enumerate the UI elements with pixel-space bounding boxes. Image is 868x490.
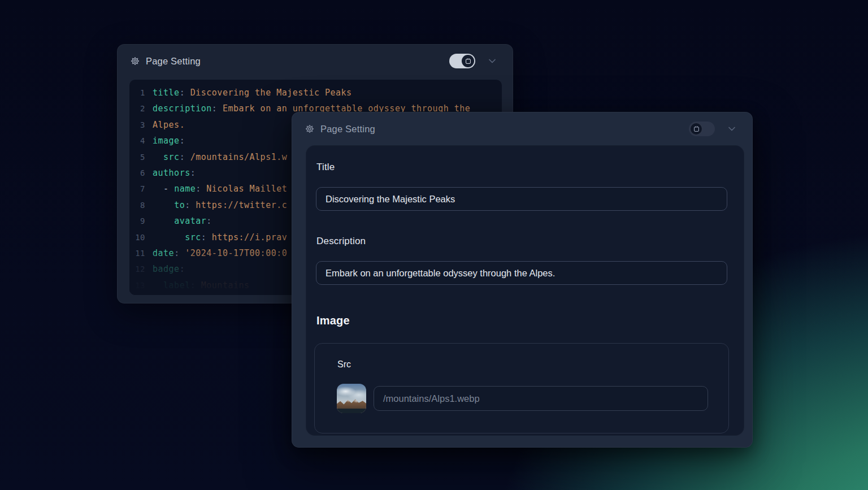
yaml-dash: - <box>163 184 174 194</box>
yaml-key: date <box>153 248 174 258</box>
yaml-punc: : <box>196 184 201 194</box>
line-number: 13 <box>129 277 145 293</box>
image-thumbnail[interactable] <box>337 384 366 413</box>
title-input[interactable] <box>316 187 727 211</box>
yaml-val: /mountains/Alps1.w <box>190 152 288 162</box>
code-text: - name: Nicolas Maillet <box>153 181 287 197</box>
image-section-heading: Image <box>316 314 350 327</box>
yaml-key: image <box>153 136 180 146</box>
image-settings-card: Src <box>314 343 729 433</box>
panel-header: Page Setting <box>292 112 752 145</box>
yaml-punc: : <box>185 200 190 210</box>
code-block-icon <box>465 58 472 65</box>
yaml-punc: : <box>180 264 185 274</box>
line-number: 9 <box>129 213 145 229</box>
line-number: 3 <box>129 117 145 133</box>
panel-title: Page Setting <box>146 56 201 67</box>
yaml-punc: : <box>190 168 196 178</box>
src-label: Src <box>337 359 351 370</box>
yaml-punc: : <box>212 103 218 114</box>
src-input[interactable] <box>374 386 708 411</box>
line-number: 6 <box>129 165 145 181</box>
yaml-key: authors <box>153 168 190 178</box>
code-block-icon <box>693 125 700 133</box>
yaml-punc: : <box>206 216 212 226</box>
code-text: date: '2024-10-17T00:00:0 <box>153 245 287 261</box>
title-label: Title <box>316 162 335 173</box>
line-number: 5 <box>129 149 145 165</box>
yaml-val: https://twitter.c <box>196 200 287 210</box>
panel-header: Page Setting <box>118 45 513 77</box>
code-text: authors: <box>153 165 196 181</box>
chevron-down-icon[interactable] <box>726 123 737 135</box>
code-text: src: /mountains/Alps1.w <box>153 149 287 165</box>
panel-title: Page Setting <box>320 124 375 135</box>
line-number: 1 <box>129 85 145 101</box>
line-number: 2 <box>129 101 145 116</box>
yaml-punc: : <box>180 152 185 162</box>
code-view-toggle[interactable] <box>449 54 475 68</box>
toggle-knob <box>690 123 702 135</box>
chevron-down-icon[interactable] <box>487 55 498 67</box>
line-number: 12 <box>129 261 145 277</box>
code-text: to: https://twitter.c <box>153 197 287 213</box>
yaml-val: Mountains <box>201 280 250 290</box>
yaml-key: name <box>174 184 196 194</box>
line-number: 8 <box>129 197 145 213</box>
code-text: src: https://i.prav <box>153 229 287 245</box>
yaml-val: Nicolas Maillet <box>206 184 287 194</box>
code-text: label: Mountains <box>153 277 250 293</box>
yaml-punc: : <box>180 88 185 98</box>
line-number: 7 <box>129 181 145 197</box>
yaml-key: title <box>153 88 180 98</box>
code-text: avatar: <box>153 213 212 229</box>
yaml-key: badge <box>153 264 180 274</box>
gear-icon <box>130 56 140 66</box>
yaml-key: description <box>153 103 212 114</box>
yaml-key: avatar <box>174 216 206 226</box>
code-view-toggle[interactable] <box>689 122 715 136</box>
code-text: Alpes. <box>153 117 185 133</box>
yaml-punc: : <box>201 232 207 242</box>
toggle-knob <box>462 55 474 67</box>
yaml-key: label <box>163 280 190 290</box>
yaml-key: to <box>174 200 185 210</box>
yaml-val: '2024-10-17T00:00:0 <box>185 248 287 258</box>
description-input[interactable] <box>316 261 727 285</box>
yaml-key: src <box>185 232 201 242</box>
yaml-punc: : <box>180 136 185 146</box>
line-number: 4 <box>129 133 145 149</box>
page-setting-form: Title Description Image Src <box>306 145 744 436</box>
yaml-val: https://i.prav <box>212 232 287 242</box>
line-number: 10 <box>129 229 145 245</box>
yaml-key: src <box>163 152 180 162</box>
code-text: badge: <box>153 261 185 277</box>
code-line: 1title: Discovering the Majestic Peaks <box>129 85 502 101</box>
desktop-background: Page Setting 1title: Discovering the M <box>0 0 868 490</box>
description-label: Description <box>316 236 366 247</box>
code-text: image: <box>153 133 185 149</box>
page-setting-panel-form: Page Setting Title Desc <box>292 112 753 448</box>
line-number: 11 <box>129 245 145 261</box>
yaml-val: Discovering the Majestic Peaks <box>190 88 352 98</box>
gear-icon <box>305 124 315 134</box>
thumbnail-foreground <box>337 409 366 413</box>
code-text: title: Discovering the Majestic Peaks <box>153 85 352 101</box>
yaml-punc: : <box>174 248 180 258</box>
yaml-val: Alpes. <box>153 120 185 130</box>
yaml-punc: : <box>190 280 196 290</box>
src-row <box>337 384 708 413</box>
